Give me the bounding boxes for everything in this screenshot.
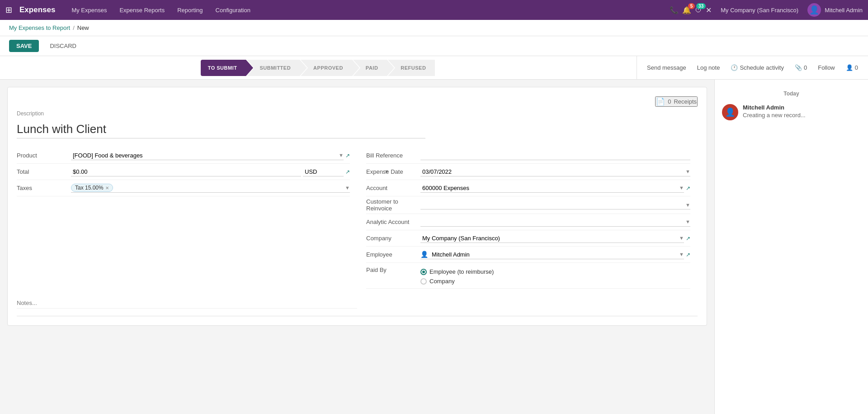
company-input[interactable] (420, 234, 677, 243)
total-label: Total (17, 168, 71, 175)
taxes-input[interactable] (115, 184, 343, 192)
pipeline-step-to-submit[interactable]: TO SUBMIT (201, 60, 246, 76)
pipeline-step-approved[interactable]: APPROVED (301, 60, 352, 76)
paid-by-company-option[interactable]: Company (420, 278, 494, 285)
close-icon[interactable]: ✕ (706, 6, 712, 14)
product-dropdown[interactable]: ▼ (71, 151, 344, 160)
employee-dropdown-arrow[interactable]: ▼ (679, 252, 684, 257)
expense-date-dropdown[interactable]: ▼ (420, 167, 690, 176)
pipeline-step-submitted[interactable]: SUBMITTED (247, 60, 300, 76)
nav-my-expenses[interactable]: My Expenses (66, 4, 112, 16)
company-dropdown-arrow[interactable]: ▼ (679, 235, 684, 241)
paid-by-company-radio[interactable] (420, 278, 427, 285)
analytic-account-value: ▼ (420, 218, 690, 227)
account-external-link-icon[interactable]: ↗ (686, 185, 690, 191)
analytic-account-dropdown[interactable]: ▼ (420, 218, 690, 227)
tax-tag: Tax 15.00% ✕ (71, 184, 113, 192)
expense-date-dropdown-arrow[interactable]: ▼ (685, 169, 690, 174)
total-value: ▼ ↗ (71, 167, 350, 176)
breadcrumb-parent[interactable]: My Expenses to Report (9, 24, 70, 31)
taxes-dropdown-arrow[interactable]: ▼ (345, 185, 350, 190)
timer-badge: 33 (696, 3, 706, 9)
account-row: Account ▼ ↗ (366, 180, 690, 196)
analytic-account-row: Analytic Account ▼ (366, 214, 690, 230)
description-label: Description (17, 110, 698, 117)
followers-count: 👤 0 (843, 62, 861, 73)
title-input[interactable] (17, 120, 425, 138)
customer-reinvoice-arrow[interactable]: ▼ (685, 202, 690, 208)
user-avatar: 👤 (807, 3, 821, 17)
apps-grid-icon[interactable]: ⊞ (5, 5, 12, 15)
customer-reinvoice-value: ▼ (420, 200, 690, 209)
bill-ref-input[interactable] (420, 151, 690, 160)
product-dropdown-arrow[interactable]: ▼ (339, 152, 344, 158)
form-right: Bill Reference Expense Date ▼ (357, 148, 698, 289)
topnav: ⊞ Expenses My Expenses Expense Reports R… (0, 0, 868, 20)
chatter-date-divider: Today (722, 90, 861, 97)
pipeline: TO SUBMIT SUBMITTED APPROVED PAID REFUSE… (0, 56, 637, 80)
form-fields-grid: Product ▼ ↗ Total (17, 148, 698, 289)
nav-expense-reports[interactable]: Expense Reports (114, 4, 170, 16)
account-input[interactable] (420, 184, 677, 192)
total-input[interactable] (71, 167, 301, 176)
app-brand: Expenses (19, 5, 55, 14)
clock-icon: 🕐 (731, 64, 738, 71)
company-name: My Company (San Francisco) (721, 7, 798, 14)
employee-row: Employee 👤 ▼ ↗ (366, 247, 690, 263)
employee-dropdown[interactable]: 👤 ▼ (420, 250, 684, 259)
bill-ref-label: Bill Reference (366, 152, 420, 159)
company-external-link-icon[interactable]: ↗ (686, 235, 690, 242)
receipts-area: 📄 0 Receipts (17, 96, 698, 107)
log-note-button[interactable]: Log note (694, 62, 723, 73)
customer-reinvoice-input[interactable] (420, 200, 684, 209)
chatter-action-bar: Send message Log note 🕐 Schedule activit… (637, 56, 868, 79)
nav-configuration[interactable]: Configuration (210, 4, 256, 16)
receipts-button[interactable]: 📄 0 Receipts (655, 96, 698, 107)
chatter-avatar: 👤 (722, 104, 738, 120)
company-row: Company ▼ ↗ (366, 230, 690, 247)
form-area: 📄 0 Receipts Description Product (0, 80, 714, 414)
user-menu[interactable]: 👤 Mitchell Admin (807, 3, 863, 17)
pipeline-step-refused[interactable]: REFUSED (388, 60, 435, 76)
taxes-value: Tax 15.00% ✕ ▼ (71, 184, 350, 193)
topnav-menu: My Expenses Expense Reports Reporting Co… (66, 4, 255, 16)
employee-avatar-icon: 👤 (420, 251, 428, 258)
timer-icon[interactable]: ⏱ 33 (695, 6, 702, 14)
expense-date-input[interactable] (420, 167, 684, 176)
save-button[interactable]: SAVE (9, 40, 39, 52)
receipt-icon: 📄 (656, 97, 665, 106)
company-dropdown[interactable]: ▼ (420, 234, 684, 243)
discard-button[interactable]: DISCARD (42, 40, 84, 52)
notes-input[interactable] (17, 298, 357, 309)
account-dropdown[interactable]: ▼ (420, 184, 684, 193)
expense-date-value: ▼ (420, 167, 690, 176)
notifications-icon[interactable]: 🔔 5 (682, 6, 691, 14)
analytic-account-input[interactable] (420, 218, 684, 226)
paid-by-employee-radio[interactable] (420, 269, 427, 275)
product-row: Product ▼ ↗ (17, 148, 350, 164)
send-message-button[interactable]: Send message (644, 62, 689, 73)
employee-external-link-icon[interactable]: ↗ (686, 252, 690, 258)
taxes-dropdown[interactable]: Tax 15.00% ✕ ▼ (71, 184, 350, 193)
form-left: Product ▼ ↗ Total (17, 148, 357, 289)
chatter-content: Mitchell Admin Creating a new record... (743, 104, 861, 120)
tax-remove-icon[interactable]: ✕ (105, 186, 109, 190)
phone-icon[interactable]: 📞 (670, 6, 679, 14)
paid-by-value: Employee (to reimburse) Company (420, 266, 690, 286)
employee-input[interactable] (430, 250, 677, 259)
currency-dropdown[interactable]: ▼ (303, 167, 344, 176)
schedule-activity-button[interactable]: 🕐 Schedule activity (728, 62, 787, 73)
customer-reinvoice-dropdown[interactable]: ▼ (420, 200, 690, 209)
radio-selected-dot (422, 271, 425, 273)
product-input[interactable] (71, 151, 337, 160)
paid-by-employee-option[interactable]: Employee (to reimburse) (420, 268, 494, 275)
product-external-link-icon[interactable]: ↗ (345, 152, 350, 159)
follow-button[interactable]: Follow (815, 62, 838, 73)
analytic-account-arrow[interactable]: ▼ (685, 219, 690, 224)
chatter-section: Today 👤 Mitchell Admin Creating a new re… (715, 80, 868, 414)
account-dropdown-arrow[interactable]: ▼ (679, 185, 684, 190)
right-panel: Today 👤 Mitchell Admin Creating a new re… (714, 80, 868, 414)
nav-reporting[interactable]: Reporting (172, 4, 208, 16)
currency-external-link-icon[interactable]: ↗ (345, 169, 350, 175)
paperclip-icon: 📎 (795, 64, 802, 71)
